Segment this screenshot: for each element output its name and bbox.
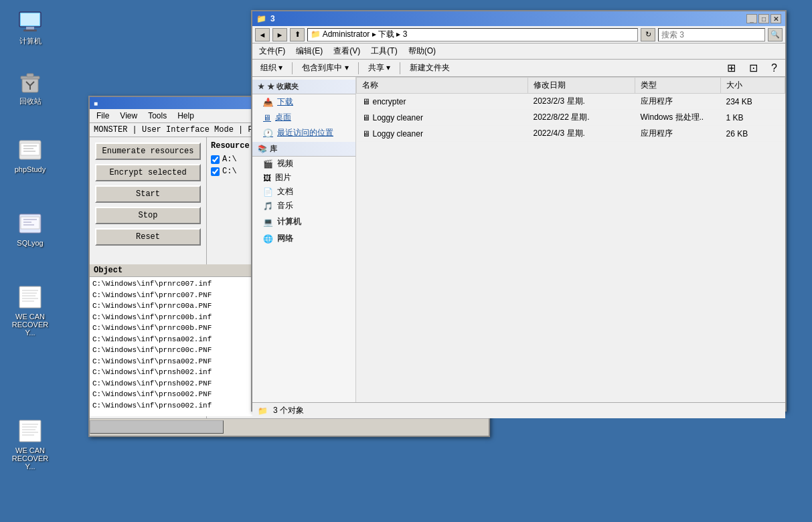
table-row[interactable]: 🖥Loggy cleaner 2022/8/22 星期. Windows 批处理… <box>357 110 785 126</box>
desktop-icon-phpstudy[interactable]: phpStudy <box>7 134 54 176</box>
desktop-icon-computer[interactable]: 计算机 <box>7 7 54 49</box>
video-icon: 🎬 <box>263 159 273 169</box>
explorer-addressbar: ◄ ► ⬆ 📁 Administrator ▸ 下载 ▸ 3 ↻ 🔍 <box>252 26 785 44</box>
sidebar-item-downloads[interactable]: 📥 下载 <box>252 94 355 110</box>
explorer-help-btn[interactable]: ? <box>767 62 781 75</box>
scrollbar-area[interactable] <box>90 418 489 436</box>
desktop-icon-sqlyog[interactable]: SQLyog <box>7 207 54 250</box>
phpstudy-label: phpStudy <box>9 165 51 173</box>
explorer-address-text: 📁 Administrator ▸ 下载 ▸ 3 <box>311 29 407 40</box>
reset-button[interactable]: Reset <box>95 228 201 246</box>
checkbox-c-input[interactable] <box>211 167 220 176</box>
sidebar-favorites-header[interactable]: ★ ★ 收藏夹 <box>252 80 355 94</box>
toolbar-separator-3 <box>400 62 400 74</box>
recent-icon: 🕐 <box>263 128 273 138</box>
desktop-folder-icon: 🖥 <box>263 113 271 122</box>
explorer-toolbar-share[interactable]: 共享 ▾ <box>364 62 394 74</box>
explorer-main: 名称 修改日期 类型 大小 🖥encrypter 2023/2/3 星期. 应用… <box>356 77 785 402</box>
file-size-cell: 1 KB <box>721 110 785 126</box>
explorer-search-btn[interactable]: 🔍 <box>768 28 783 41</box>
explorer-view-toggle[interactable]: ⊞ <box>723 61 740 75</box>
file-size-cell: 26 KB <box>721 126 785 142</box>
sidebar-desktop-label: 桌面 <box>275 112 291 123</box>
scrollbar-thumb[interactable] <box>90 420 224 434</box>
svg-rect-14 <box>21 217 39 229</box>
desktop-icon-recover2[interactable]: WE CAN RECOVER Y... <box>7 415 54 473</box>
sidebar-item-video[interactable]: 🎬 视频 <box>252 157 355 171</box>
svg-rect-3 <box>23 29 37 31</box>
computer-label: 计算机 <box>9 36 51 46</box>
col-header-type[interactable]: 类型 <box>635 78 721 94</box>
file-name-cell: 🖥Loggy cleaner <box>357 126 528 142</box>
explorer-statusbar: 📁 3 个对象 <box>252 402 785 418</box>
sidebar-item-pictures[interactable]: 🖼 图片 <box>252 171 355 185</box>
explorer-forward-btn[interactable]: ► <box>272 28 287 41</box>
explorer-pane-toggle[interactable]: ⊡ <box>745 61 762 75</box>
explorer-refresh-btn[interactable]: ↻ <box>641 28 655 41</box>
explorer-menu-view[interactable]: 查看(V) <box>329 45 364 58</box>
start-button[interactable]: Start <box>95 185 201 203</box>
explorer-menu-file[interactable]: 文件(F) <box>255 45 289 58</box>
explorer-menu-edit[interactable]: 编辑(E) <box>292 45 327 58</box>
stop-button[interactable]: Stop <box>95 207 201 224</box>
sqlyog-label: SQLyog <box>9 239 51 247</box>
documents-icon: 📄 <box>263 187 273 197</box>
download-folder-icon: 📥 <box>263 98 273 107</box>
table-row[interactable]: 🖥encrypter 2023/2/3 星期. 应用程序 234 KB <box>357 94 785 110</box>
sidebar-computer-label: 计算机 <box>277 216 301 228</box>
sidebar-item-music[interactable]: 🎵 音乐 <box>252 199 355 213</box>
file-icon: 🖥 <box>362 97 370 106</box>
desktop-icon-recycle[interactable]: 回收站 <box>7 67 54 109</box>
sidebar-item-computer[interactable]: 💻 计算机 <box>252 214 355 230</box>
recover1-label: WE CAN RECOVER Y... <box>9 313 51 337</box>
table-row[interactable]: 🖥Loggy cleaner 2022/4/3 星期. 应用程序 26 KB <box>357 126 785 142</box>
monster-menu-tools[interactable]: Tools <box>144 110 171 121</box>
file-size-cell: 234 KB <box>721 94 785 110</box>
monster-window-icon: ■ <box>94 100 98 107</box>
col-header-name[interactable]: 名称 <box>357 78 528 94</box>
explorer-menu-tools[interactable]: 工具(T) <box>367 45 401 58</box>
encrypt-selected-button[interactable]: Encrypt selected <box>95 164 201 181</box>
explorer-toolbar-addtolib[interactable]: 包含到库中 ▾ <box>298 62 352 74</box>
sidebar-favorites-label: ★ 收藏夹 <box>267 82 299 92</box>
file-name-cell: 🖥Loggy cleaner <box>357 110 528 126</box>
explorer-menu-help[interactable]: 帮助(O) <box>404 45 440 58</box>
svg-rect-24 <box>19 420 41 442</box>
sidebar-library-header[interactable]: 📚 库 <box>252 142 355 157</box>
explorer-maximize-btn[interactable]: □ <box>758 14 769 23</box>
explorer-search-input[interactable] <box>658 28 765 41</box>
sidebar-item-recent[interactable]: 🕐 最近访问的位置 <box>252 125 355 141</box>
file-table: 名称 修改日期 类型 大小 🖥encrypter 2023/2/3 星期. 应用… <box>356 77 785 142</box>
monster-menu-file[interactable]: File <box>92 110 113 121</box>
library-icon: 📚 <box>258 145 267 153</box>
checkbox-a-input[interactable] <box>211 155 220 164</box>
col-header-date[interactable]: 修改日期 <box>528 78 635 94</box>
file-date-cell: 2022/4/3 星期. <box>528 126 635 142</box>
sidebar-item-documents[interactable]: 📄 文档 <box>252 185 355 199</box>
recycle-label: 回收站 <box>9 96 51 106</box>
explorer-menubar: 文件(F) 编辑(E) 查看(V) 工具(T) 帮助(O) <box>252 44 785 60</box>
explorer-minimize-btn[interactable]: _ <box>746 14 757 23</box>
sidebar-item-desktop[interactable]: 🖥 桌面 <box>252 110 355 125</box>
file-date-cell: 2023/2/3 星期. <box>528 94 635 110</box>
sidebar-item-network[interactable]: 🌐 网络 <box>252 231 355 246</box>
monster-menu-view[interactable]: View <box>116 110 141 121</box>
col-header-size[interactable]: 大小 <box>721 78 785 94</box>
explorer-toolbar-newfolder[interactable]: 新建文件夹 <box>406 62 454 74</box>
enumerate-resources-button[interactable]: Enumerate resources <box>95 143 201 160</box>
explorer-toolbar-organize[interactable]: 组织 ▾ <box>256 62 287 74</box>
explorer-toolbar: 组织 ▾ 包含到库中 ▾ 共享 ▾ 新建文件夹 ⊞ ⊡ ? <box>252 60 785 77</box>
sqlyog-icon <box>17 210 44 237</box>
explorer-close-btn[interactable]: ✕ <box>770 14 781 23</box>
desktop-icon-recover1[interactable]: WE CAN RECOVER Y... <box>7 281 54 339</box>
explorer-up-btn[interactable]: ⬆ <box>290 28 305 41</box>
explorer-folder-icon: 📁 <box>256 14 266 23</box>
phpstudy-icon <box>17 137 44 163</box>
explorer-back-btn[interactable]: ◄ <box>255 28 270 41</box>
svg-rect-2 <box>26 27 34 29</box>
file-type-cell: 应用程序 <box>635 94 721 110</box>
monster-menu-help[interactable]: Help <box>173 110 198 121</box>
explorer-address-field[interactable]: 📁 Administrator ▸ 下载 ▸ 3 <box>307 28 638 41</box>
recover2-label: WE CAN RECOVER Y... <box>9 446 51 470</box>
svg-rect-18 <box>19 286 41 308</box>
